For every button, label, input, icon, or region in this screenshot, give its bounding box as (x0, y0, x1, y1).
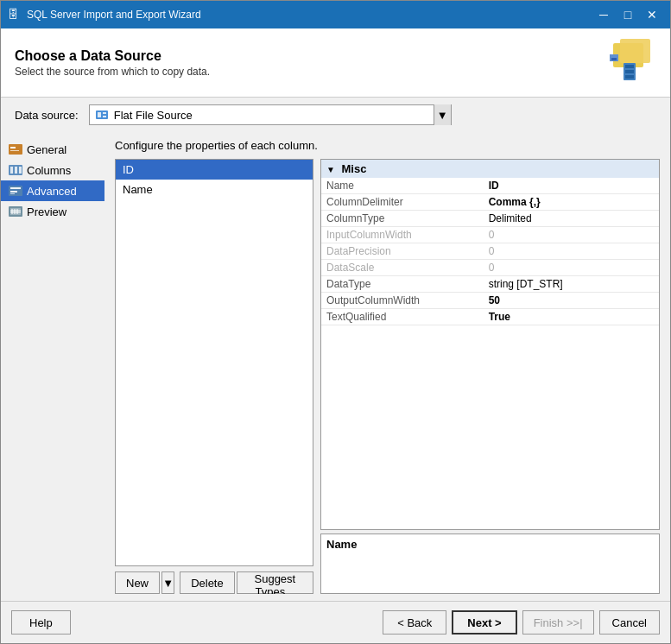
new-button[interactable]: New (115, 571, 160, 594)
svg-rect-17 (15, 167, 17, 174)
sidebar-item-preview[interactable]: Preview (1, 201, 104, 222)
header-icon (605, 39, 656, 86)
props-section-header: ▼ Misc (321, 160, 659, 178)
svg-rect-20 (10, 187, 21, 189)
svg-rect-11 (103, 116, 106, 117)
header-area: Choose a Data Source Select the source f… (1, 28, 670, 98)
svg-rect-14 (10, 150, 19, 151)
name-box-label: Name (326, 538, 654, 551)
page-title: Choose a Data Source (15, 48, 210, 64)
next-button[interactable]: Next > (452, 610, 516, 635)
name-description-box: Name (320, 534, 660, 594)
sidebar-item-preview-label: Preview (27, 205, 66, 218)
list-item[interactable]: ID (116, 160, 313, 180)
cancel-button[interactable]: Cancel (599, 610, 660, 635)
datasource-dropdown[interactable]: Flat File Source ▼ (89, 104, 452, 125)
close-button[interactable]: ✕ (641, 5, 663, 24)
svg-rect-18 (19, 167, 22, 174)
table-row: ColumnDelimiter Comma {,} (321, 194, 659, 211)
table-row: TextQualified True (321, 309, 659, 325)
maximize-button[interactable]: □ (617, 5, 639, 24)
svg-rect-13 (10, 147, 16, 148)
app-icon: 🗄 (8, 8, 22, 22)
prop-value: string [DT_STR] (484, 276, 659, 293)
table-row: InputColumnWidth 0 (321, 227, 659, 243)
advanced-icon (8, 184, 23, 198)
content-area: Configure the properties of each column.… (104, 132, 670, 601)
table-row: ColumnType Delimited (321, 211, 659, 227)
main-window: 🗄 SQL Server Import and Export Wizard ─ … (0, 0, 671, 644)
properties-table: ▼ Misc Name ID ColumnDelimiter (321, 160, 659, 325)
properties-area: ▼ Misc Name ID ColumnDelimiter (320, 159, 660, 594)
datasource-label: Data source: (15, 109, 79, 122)
title-bar-text: SQL Server Import and Export Wizard (27, 9, 592, 21)
minimize-button[interactable]: ─ (592, 5, 615, 24)
svg-rect-9 (98, 112, 101, 117)
datasource-icon (95, 109, 109, 121)
sidebar-item-columns[interactable]: Columns (1, 160, 104, 180)
columns-icon (8, 163, 23, 177)
prop-value: ID (484, 178, 659, 194)
table-row: DataType string [DT_STR] (321, 276, 659, 293)
properties-table-container: ▼ Misc Name ID ColumnDelimiter (320, 159, 660, 530)
list-item[interactable]: Name (116, 180, 313, 199)
svg-rect-21 (10, 191, 17, 193)
sidebar-item-advanced-label: Advanced (27, 185, 77, 198)
prop-value: 50 (484, 293, 659, 309)
preview-icon (8, 205, 23, 218)
sidebar-item-columns-label: Columns (27, 164, 71, 177)
suggest-types-button[interactable]: Suggest Types... (237, 571, 313, 594)
columns-list: ID Name (115, 159, 313, 566)
svg-rect-1 (620, 39, 650, 63)
columns-list-area: ID Name New ▼ Delete Suggest Types... (115, 159, 313, 594)
finish-button[interactable]: Finish >>| (522, 610, 594, 635)
section-label: Misc (342, 162, 367, 175)
main-area: General Columns Advanced (1, 132, 670, 601)
prop-name: InputColumnWidth (321, 227, 484, 243)
datasource-row: Data source: Flat File Source ▼ (1, 98, 670, 132)
sidebar-item-advanced[interactable]: Advanced (1, 180, 104, 201)
svg-rect-7 (625, 75, 634, 79)
new-dropdown-button[interactable]: ▼ (161, 571, 174, 594)
columns-actions: New ▼ Delete Suggest Types... (115, 571, 313, 594)
prop-name: DataPrecision (321, 243, 484, 260)
svg-rect-12 (9, 144, 22, 155)
prop-name: OutputColumnWidth (321, 293, 484, 309)
svg-rect-10 (103, 112, 106, 114)
table-row: Name ID (321, 178, 659, 194)
sidebar-item-general-label: General (27, 143, 66, 156)
svg-rect-16 (10, 167, 13, 174)
table-row: DataScale 0 (321, 260, 659, 276)
sidebar: General Columns Advanced (1, 132, 104, 601)
svg-rect-6 (625, 70, 634, 73)
dropdown-arrow[interactable]: ▼ (434, 104, 451, 125)
table-row: OutputColumnWidth 50 (321, 293, 659, 309)
collapse-icon: ▼ (326, 165, 335, 174)
prop-value: Comma {,} (484, 194, 659, 211)
prop-value: 0 (484, 243, 659, 260)
prop-name: DataScale (321, 260, 484, 276)
window-controls: ─ □ ✕ (592, 5, 663, 24)
prop-value: 0 (484, 227, 659, 243)
prop-value: True (484, 309, 659, 325)
table-row: DataPrecision 0 (321, 243, 659, 260)
prop-value: Delimited (484, 211, 659, 227)
sidebar-item-general[interactable]: General (1, 139, 104, 160)
prop-name: ColumnType (321, 211, 484, 227)
general-icon (8, 142, 23, 156)
prop-value: 0 (484, 260, 659, 276)
help-button[interactable]: Help (11, 610, 71, 635)
configure-label: Configure the properties of each column. (115, 139, 660, 152)
svg-rect-22 (10, 193, 15, 194)
prop-name: ColumnDelimiter (321, 194, 484, 211)
footer-buttons: Help < Back Next > Finish >>| Cancel (1, 601, 670, 643)
back-button[interactable]: < Back (383, 610, 446, 635)
title-bar: 🗄 SQL Server Import and Export Wizard ─ … (1, 1, 670, 28)
svg-rect-5 (625, 65, 634, 68)
header-text: Choose a Data Source Select the source f… (15, 48, 210, 78)
datasource-value: Flat File Source (90, 109, 434, 122)
prop-name: Name (321, 178, 484, 194)
columns-props-area: ID Name New ▼ Delete Suggest Types... (115, 159, 660, 594)
prop-name: DataType (321, 276, 484, 293)
delete-button[interactable]: Delete (180, 571, 235, 594)
